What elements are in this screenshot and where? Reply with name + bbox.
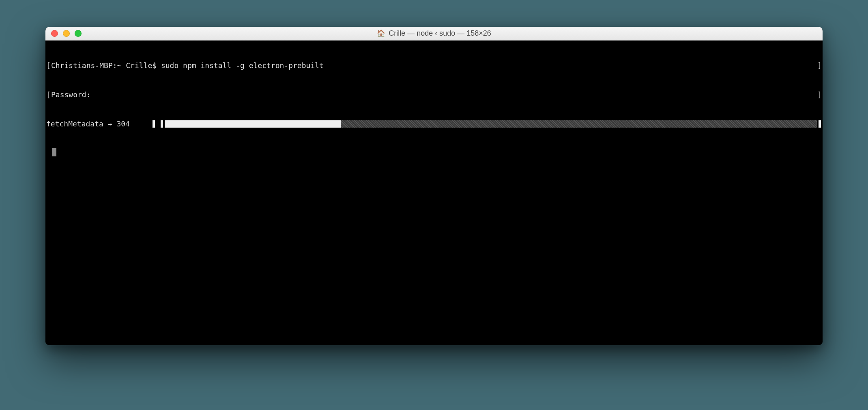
window-title: 🏠 Crille — node ‹ sudo — 158×26 (45, 29, 823, 38)
progress-cap-left-a (153, 120, 155, 128)
terminal-line (45, 148, 823, 158)
minimize-button[interactable] (63, 30, 70, 37)
bracket-left: [ (46, 90, 51, 100)
close-button[interactable] (51, 30, 58, 37)
progress-row: fetchMetadata → 304 (45, 119, 823, 129)
terminal-text: Password: (51, 90, 817, 100)
progress-bar (165, 120, 817, 128)
progress-cap-left-b (161, 120, 163, 128)
bracket-left: [ (46, 61, 51, 70)
home-icon: 🏠 (377, 30, 385, 37)
progress-remainder (341, 120, 817, 128)
terminal-text: Christians-MBP:~ Crille$ sudo npm instal… (51, 61, 817, 70)
cursor (52, 148, 56, 156)
titlebar[interactable]: 🏠 Crille — node ‹ sudo — 158×26 (45, 27, 823, 41)
terminal-line: [ Password: ] (45, 90, 823, 100)
window-title-text: Crille — node ‹ sudo — 158×26 (389, 29, 491, 38)
terminal-window: 🏠 Crille — node ‹ sudo — 158×26 [ Christ… (45, 27, 823, 345)
terminal-line: [ Christians-MBP:~ Crille$ sudo npm inst… (45, 61, 823, 70)
progress-label: fetchMetadata → 304 (46, 119, 152, 129)
zoom-button[interactable] (75, 30, 82, 37)
bracket-right: ] (817, 61, 822, 70)
progress-cap-right (819, 120, 821, 128)
progress-fill (165, 120, 341, 128)
bracket-right: ] (817, 90, 822, 100)
terminal-body[interactable]: [ Christians-MBP:~ Crille$ sudo npm inst… (45, 41, 823, 345)
window-controls (51, 30, 82, 37)
